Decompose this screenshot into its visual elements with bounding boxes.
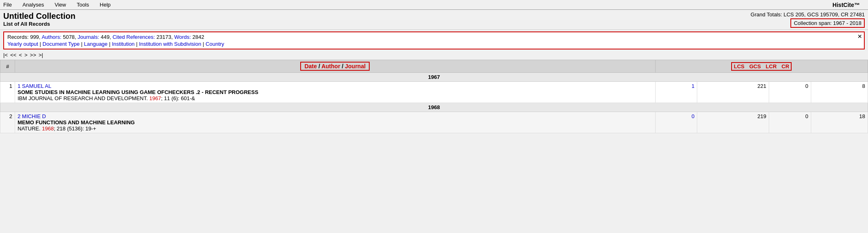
row-number: 1 — [0, 82, 15, 103]
record-author-link[interactable]: MICHIE D — [22, 113, 46, 119]
records-label: Records: — [7, 34, 29, 40]
title-left: Untitled Collection List of All Records — [3, 11, 76, 27]
menu-view[interactable]: View — [53, 1, 68, 9]
record-id-link[interactable]: 1 — [18, 83, 20, 89]
institution-subdivision-link[interactable]: Institution with Subdivision — [139, 41, 201, 47]
grand-totals-label: Grand Totals: — [751, 11, 782, 18]
year-row: 1968 — [0, 103, 868, 112]
record-year: 1968 — [42, 125, 54, 132]
title-right: Grand Totals: LCS 205, GCS 195709, CR 27… — [751, 11, 865, 28]
title-bar: Untitled Collection List of All Records … — [0, 10, 868, 30]
info-line-counts: Records: 999, Authors: 5078, Journals: 4… — [7, 34, 861, 40]
institution-link[interactable]: Institution — [112, 41, 135, 47]
grand-totals-values: LCS 205, GCS 195709, CR 27481 — [783, 11, 865, 18]
nav-first[interactable]: |< — [3, 52, 8, 58]
yearly-output-link[interactable]: Yearly output — [7, 41, 38, 47]
stat-lcr: 0 — [769, 82, 811, 103]
stat-lcs[interactable]: 0 — [655, 112, 697, 133]
record-year: 1967 — [149, 95, 161, 101]
info-bar: ✕ Records: 999, Authors: 5078, Journals:… — [3, 31, 865, 49]
app-brand: HistCite™ — [832, 2, 866, 8]
col-author[interactable]: Author — [321, 63, 340, 69]
grand-totals: Grand Totals: LCS 205, GCS 195709, CR 27… — [751, 11, 865, 18]
cited-refs-link[interactable]: Cited References: — [112, 34, 155, 40]
col-gcs[interactable]: GCS — [749, 63, 761, 69]
row-content: 1 SAMUEL AL SOME STUDIES IN MACHINE LEAR… — [15, 82, 656, 103]
stats-box: LCS GCS LCR CR — [731, 62, 792, 71]
row-number: 2 — [0, 112, 15, 133]
table-row: 2 2 MICHIE D MEMO FUNCTIONS AND MACHINE … — [0, 112, 868, 133]
collection-name: Untitled Collection — [3, 11, 76, 21]
nav-prev[interactable]: < — [19, 52, 22, 58]
record-title: SOME STUDIES IN MACHINE LEARNING USING G… — [18, 89, 258, 95]
document-type-link[interactable]: Document Type — [42, 41, 80, 47]
record-source: IBM JOURNAL OF RESEARCH AND DEVELOPMENT.… — [18, 95, 195, 101]
nav-last[interactable]: >| — [39, 52, 43, 58]
record-id-link[interactable]: 2 — [18, 113, 20, 119]
menu-tools[interactable]: Tools — [75, 1, 91, 9]
record-author-link[interactable]: SAMUEL AL — [22, 83, 51, 89]
year-cell: 1968 — [0, 103, 868, 112]
authors-link[interactable]: Authors: — [42, 34, 61, 40]
collection-span-text: Collection span: 1967 - 2018 — [794, 20, 861, 26]
year-cell: 1967 — [0, 73, 868, 82]
table-header: # Date / Author / Journal LCS GCS LCR CR — [0, 60, 868, 73]
menu-help[interactable]: Help — [98, 1, 112, 9]
record-title: MEMO FUNCTIONS AND MACHINE LEARNING — [18, 119, 135, 125]
words-link[interactable]: Words: — [174, 34, 191, 40]
col-date[interactable]: Date — [304, 63, 317, 69]
nav-next[interactable]: > — [25, 52, 28, 58]
col-stats-group: LCS GCS LCR CR — [655, 60, 868, 73]
cited-refs-value: 23173 — [156, 34, 171, 40]
authors-value: 5078 — [63, 34, 75, 40]
col-journal[interactable]: Journal — [345, 63, 366, 69]
journals-value: 449 — [100, 34, 109, 40]
col-cr[interactable]: CR — [781, 63, 789, 69]
link-row: Yearly output | Document Type | Language… — [7, 41, 861, 47]
menu-file[interactable]: File — [2, 1, 13, 9]
list-subtitle: List of All Records — [3, 21, 76, 27]
stat-cr: 18 — [811, 112, 868, 133]
col-main-box: Date / Author / Journal — [300, 62, 370, 71]
nav-next-far[interactable]: >> — [30, 52, 36, 58]
stat-lcr: 0 — [769, 112, 811, 133]
row-content: 2 MICHIE D MEMO FUNCTIONS AND MACHINE LE… — [15, 112, 656, 133]
menu-items: File Analyses View Tools Help — [2, 1, 112, 9]
menu-bar: File Analyses View Tools Help HistCite™ — [0, 0, 868, 10]
records-value: 999 — [30, 34, 39, 40]
stat-gcs: 221 — [697, 82, 769, 103]
stat-cr: 8 — [811, 82, 868, 103]
menu-analyses[interactable]: Analyses — [21, 1, 46, 9]
stat-lcs[interactable]: 1 — [655, 82, 697, 103]
year-row: 1967 — [0, 73, 868, 82]
records-table: # Date / Author / Journal LCS GCS LCR CR… — [0, 60, 868, 133]
close-button[interactable]: ✕ — [857, 33, 862, 40]
nav-row: |< << < > >> >| — [0, 51, 868, 60]
country-link[interactable]: Country — [205, 41, 224, 47]
nav-prev-far[interactable]: << — [10, 52, 16, 58]
journals-link[interactable]: Journals: — [78, 34, 99, 40]
record-source: NATURE. 1968; 218 (5136): 19-+ — [18, 125, 96, 132]
col-hash: # — [0, 60, 15, 73]
col-main: Date / Author / Journal — [15, 60, 656, 73]
stat-gcs: 219 — [697, 112, 769, 133]
table-row: 1 1 SAMUEL AL SOME STUDIES IN MACHINE LE… — [0, 82, 868, 103]
language-link[interactable]: Language — [84, 41, 107, 47]
words-value: 2842 — [192, 34, 204, 40]
col-lcs[interactable]: LCS — [734, 63, 744, 69]
col-lcr[interactable]: LCR — [766, 63, 777, 69]
collection-span-box: Collection span: 1967 - 2018 — [790, 18, 865, 28]
